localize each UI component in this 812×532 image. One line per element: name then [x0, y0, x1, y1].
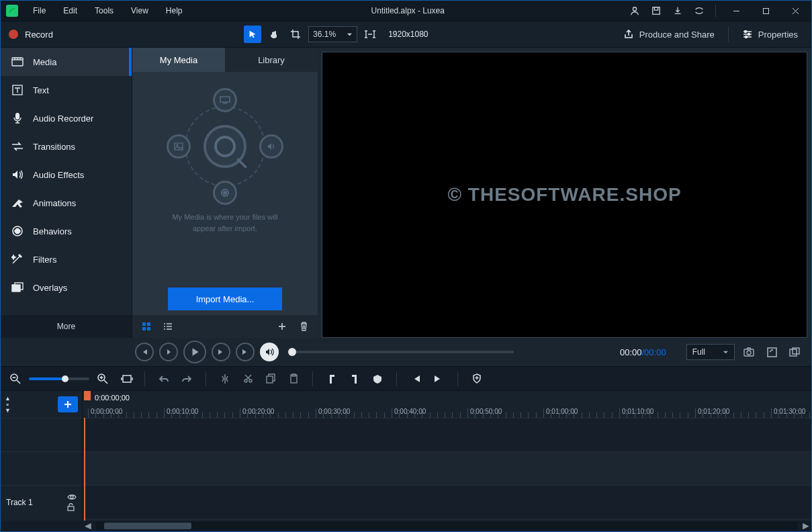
add-marker-button[interactable]	[369, 371, 386, 387]
svg-line-48	[17, 380, 20, 384]
snapshot-icon[interactable]	[740, 343, 758, 361]
sidebar-item-label: Audio Recorder	[33, 114, 93, 124]
produce-share-label: Produce and Share	[639, 30, 715, 40]
account-icon[interactable]	[625, 2, 644, 19]
step-back-button[interactable]	[159, 343, 178, 361]
volume-button[interactable]	[260, 343, 279, 361]
record-icon	[213, 181, 237, 205]
delete-icon[interactable]	[296, 319, 311, 334]
sidebar-item-animations[interactable]: Animations	[1, 189, 132, 217]
media-panel: My Media Library My Media is where your …	[132, 48, 318, 338]
sidebar-item-audio-effects[interactable]: Audio Effects	[1, 161, 132, 189]
scroll-thumb[interactable]	[104, 523, 191, 529]
timeline-ruler[interactable]: 0:00:00;00 0:00:00;000:00:10;000:00:20;0…	[83, 391, 811, 418]
playback-slider[interactable]	[292, 351, 514, 353]
preview-canvas[interactable]: © THESOFTWARE.SHOP	[322, 52, 807, 338]
mark-out-button[interactable]	[347, 371, 363, 387]
redo-button[interactable]	[179, 371, 195, 387]
track-nav-arrows[interactable]: ▲⚬▼	[5, 396, 11, 414]
add-icon[interactable]	[275, 319, 289, 334]
sidebar-item-media[interactable]: Media	[1, 48, 132, 76]
import-media-button[interactable]: Import Media...	[168, 287, 282, 310]
media-icon	[11, 56, 24, 68]
resolution-tool-icon[interactable]	[361, 26, 379, 43]
sidebar-item-overlays[interactable]: Overlays	[1, 273, 132, 302]
menu-view[interactable]: View	[123, 2, 156, 19]
image-icon	[167, 134, 191, 159]
menu-edit[interactable]: Edit	[55, 2, 85, 19]
main-menu: File Edit Tools View Help	[25, 2, 191, 19]
play-button[interactable]	[183, 341, 206, 363]
zoom-slider-thumb[interactable]	[62, 375, 69, 382]
produce-share-button[interactable]: Produce and Share	[619, 26, 719, 42]
shield-plus-button[interactable]	[469, 371, 485, 387]
sync-icon[interactable]	[690, 2, 709, 19]
timeline-zoom-in[interactable]	[96, 372, 109, 386]
svg-rect-2	[654, 7, 658, 10]
fullscreen-icon[interactable]	[763, 343, 780, 361]
window-close[interactable]	[782, 1, 809, 21]
crop-tool[interactable]	[287, 26, 304, 43]
sidebar-item-label: Text	[33, 85, 49, 95]
view-grid-icon[interactable]	[139, 319, 154, 334]
media-body: My Media is where your files will appear…	[132, 72, 318, 315]
window-maximize[interactable]	[752, 1, 779, 21]
sidebar-more[interactable]: More	[1, 315, 132, 338]
timeline-zoom-slider[interactable]	[29, 378, 89, 380]
scroll-right-arrow[interactable]: ►	[801, 521, 811, 531]
toolbar-center: 36.1% 1920x1080	[53, 26, 619, 43]
window-minimize[interactable]	[723, 1, 750, 21]
toolbar: Record 36.1% 1920x1080 Produce and Share…	[1, 21, 811, 48]
track-lock-icon[interactable]	[67, 503, 77, 511]
paste-button[interactable]	[285, 371, 302, 387]
add-track-button[interactable]	[58, 396, 78, 412]
split-button[interactable]	[217, 371, 233, 387]
view-list-icon[interactable]	[161, 319, 175, 334]
menu-file[interactable]: File	[25, 2, 54, 19]
sidebar-item-behaviors[interactable]: Behaviors	[1, 217, 132, 245]
time-current: 00:00	[620, 347, 642, 357]
track-header-1[interactable]: Track 1	[1, 485, 82, 519]
tab-library[interactable]: Library	[225, 48, 318, 72]
preview-panel: © THESOFTWARE.SHOP	[318, 48, 811, 338]
sidebar-item-text[interactable]: Text	[1, 76, 132, 104]
playhead[interactable]	[84, 391, 92, 400]
scroll-track[interactable]	[96, 522, 798, 530]
menu-help[interactable]: Help	[158, 2, 191, 19]
download-icon[interactable]	[668, 2, 687, 19]
prev-frame-button[interactable]	[135, 343, 154, 361]
detach-icon[interactable]	[786, 343, 803, 361]
next-frame-button[interactable]	[236, 343, 255, 361]
svg-rect-45	[790, 349, 797, 356]
track-lane-1[interactable]	[83, 485, 811, 519]
svg-rect-31	[147, 322, 150, 326]
menu-tools[interactable]: Tools	[87, 2, 122, 19]
sidebar-item-audio-recorder[interactable]: Audio Recorder	[1, 104, 132, 132]
save-icon[interactable]	[647, 2, 666, 19]
preview-size-dropdown[interactable]: Full	[686, 344, 735, 360]
pan-tool[interactable]	[265, 26, 283, 43]
sidebar-item-transitions[interactable]: Transitions	[1, 132, 132, 161]
undo-button[interactable]	[156, 371, 172, 387]
cut-button[interactable]	[240, 371, 256, 387]
track-visibility-icon[interactable]	[67, 494, 77, 500]
playhead-line[interactable]	[84, 418, 85, 521]
select-tool[interactable]	[244, 26, 261, 43]
step-fwd-button[interactable]	[212, 343, 230, 361]
timeline-toolbar	[1, 366, 811, 390]
mark-in-button[interactable]	[324, 371, 340, 387]
timeline-header-left: ▲⚬▼	[1, 391, 83, 418]
zoom-dropdown[interactable]: 36.1%	[308, 26, 357, 42]
sidebar-item-filters[interactable]: Filters	[1, 245, 132, 273]
track-lanes[interactable]	[83, 418, 811, 521]
record-button[interactable]: Record	[5, 30, 53, 40]
timeline-zoom-fit[interactable]	[120, 372, 134, 386]
playback-slider-thumb[interactable]	[288, 348, 296, 356]
go-to-start-button[interactable]	[408, 371, 424, 387]
properties-button[interactable]: Properties	[738, 27, 802, 42]
copy-button[interactable]	[263, 371, 279, 387]
scroll-left-arrow[interactable]: ◄	[83, 521, 93, 531]
go-to-end-button[interactable]	[431, 371, 447, 387]
tab-my-media[interactable]: My Media	[132, 48, 225, 72]
timeline-zoom-out[interactable]	[9, 372, 22, 386]
